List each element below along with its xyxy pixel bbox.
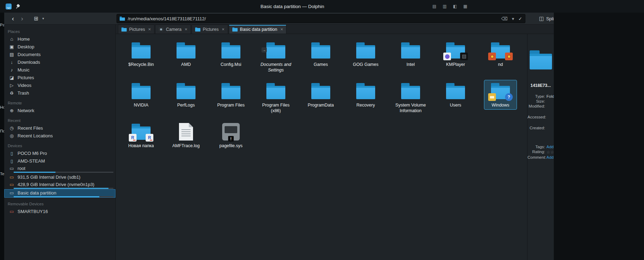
file-item[interactable]: $Recycle.Bin [119, 39, 164, 80]
tab-pictures-1[interactable]: Pictures × [118, 25, 154, 34]
rating-stars[interactable]: ☆☆☆☆☆ [546, 150, 554, 155]
file-item[interactable]: Program Files (x86) [253, 80, 298, 121]
hard-drive-icon [9, 190, 15, 196]
add-tags-link[interactable]: Add tags... [546, 145, 554, 149]
file-item[interactable]: Новая папка [119, 121, 164, 161]
sidebar-item-network[interactable]: Network [4, 107, 115, 114]
folder-icon [397, 40, 424, 61]
file-item[interactable]: PerfLogs [164, 80, 208, 121]
sidebar-item-recent-locations[interactable]: Recent Locations [4, 132, 115, 139]
split-view-label: Split [546, 16, 554, 21]
sidebar-item-recent-files[interactable]: Recent Files [4, 124, 115, 132]
sidebar-item-root[interactable]: root [4, 165, 115, 173]
camera-icon [159, 27, 164, 31]
sidebar-item-trash[interactable]: Trash [4, 89, 115, 97]
forward-button[interactable]: › [18, 14, 27, 23]
file-item[interactable]: System Volume Information [388, 80, 433, 121]
location-path[interactable]: /run/media/xenos/1418E73118E71112/ [128, 16, 497, 21]
sidebar-item-desktop[interactable]: Desktop [4, 43, 115, 50]
location-bar[interactable]: /run/media/xenos/1418E73118E71112/ ⌫ ▾ ✓ [117, 14, 525, 23]
file-item[interactable]: NVIDIA [119, 80, 164, 121]
tab-pictures-2[interactable]: Pictures × [192, 25, 228, 34]
back-button[interactable]: ‹ [8, 14, 18, 23]
close-icon[interactable]: × [148, 27, 151, 32]
smartphone-icon [9, 151, 15, 156]
system-tray: ▤ ▥ ◧ ▦ [432, 0, 467, 13]
info-row-created: Created: [527, 126, 554, 140]
sidebar-item-amd-steam[interactable]: AMD-STEAM [4, 157, 115, 165]
desktop-edge-strip: Pa Ho По Te [0, 13, 4, 260]
section-header-remote: Remote [4, 100, 115, 107]
sidebar-item-internal-drive-sdb1[interactable]: 931,5 GiB Internal Drive (sdb1) [4, 173, 115, 181]
file-item[interactable]: AMFTrace.log [164, 121, 208, 161]
view-mode-button[interactable]: ⊞ [32, 14, 41, 23]
file-label: Recovery [357, 102, 375, 108]
close-icon[interactable]: × [185, 27, 187, 32]
split-view-button[interactable]: ◫ Split [538, 14, 554, 23]
breadcrumb-folder-icon[interactable] [120, 16, 125, 21]
sidebar-item-smartbuy16[interactable]: SMARTBUY16 [4, 207, 115, 215]
tray-icon[interactable]: ▦ [463, 4, 467, 9]
sidebar-item-downloads[interactable]: Downloads [4, 58, 115, 66]
tray-icon[interactable]: ▥ [443, 4, 446, 9]
warning-emblem-icon: ! [228, 136, 234, 142]
folder-icon [307, 81, 334, 101]
location-dropdown-icon[interactable]: ▾ [512, 16, 514, 21]
folder-icon [263, 81, 289, 101]
add-comment-link[interactable]: Add comment... [546, 155, 554, 159]
section-header-removable-devices: Removable Devices [4, 200, 115, 207]
dolphin-app-icon[interactable] [6, 4, 12, 9]
close-icon[interactable]: × [280, 27, 283, 32]
file-item[interactable]: Documents and Settings [253, 39, 298, 80]
file-item[interactable]: GOG Games [343, 39, 388, 80]
folder-icon [173, 40, 199, 61]
file-label: pagefile.sys [219, 143, 243, 149]
hard-drive-icon [9, 175, 15, 180]
desktop-label-fragment: Te [0, 172, 4, 176]
folder-view[interactable]: $Recycle.Bin AMD Config.Msi [116, 34, 527, 260]
file-label: Intel [406, 62, 415, 67]
registry-file-icon [146, 134, 153, 142]
split-view-icon: ◫ [539, 15, 544, 22]
sidebar-item-basic-data-partition[interactable]: Basic data partition [4, 189, 115, 198]
sidebar-item-home[interactable]: Home [4, 35, 115, 43]
file-item[interactable]: ! pagefile.sys [208, 121, 253, 161]
view-mode-dropdown-icon[interactable]: ▾ [41, 14, 46, 23]
file-item-selected[interactable]: Windows [478, 80, 523, 121]
file-label: ProgramData [308, 102, 334, 108]
file-item[interactable]: ProgramData [298, 80, 343, 121]
file-item[interactable]: Program Files [208, 80, 253, 121]
info-label: Tags: [527, 145, 545, 149]
clear-location-icon[interactable]: ⌫ [501, 16, 507, 21]
sidebar-item-label: Home [18, 36, 30, 42]
main-toolbar: ‹ › ⊞ ▾ /run/media/xenos/1418E73118E7111… [4, 13, 554, 25]
sidebar-item-poco-m6-pro[interactable]: POCO M6 Pro [4, 149, 115, 157]
tab-camera[interactable]: Camera × [155, 25, 191, 34]
sidebar-item-music[interactable]: Music [4, 66, 115, 74]
file-label: Config.Msi [220, 62, 241, 67]
pin-icon[interactable] [14, 3, 21, 10]
accept-location-icon[interactable]: ✓ [518, 16, 522, 21]
file-label: $Recycle.Bin [128, 62, 154, 67]
tab-basic-data-partition[interactable]: Basic data partition × [229, 25, 287, 34]
file-item[interactable]: AMD [164, 39, 208, 80]
sidebar-item-documents[interactable]: Documents [4, 50, 115, 58]
file-item[interactable]: Users [433, 80, 478, 121]
link-emblem-icon [261, 47, 267, 53]
sidebar-item-label: 428,9 GiB Internal Drive (nvme0n1p3) [18, 182, 94, 187]
file-item[interactable]: Intel [388, 39, 433, 80]
file-item[interactable]: nd [478, 39, 523, 80]
file-item[interactable]: Games [298, 39, 343, 80]
sidebar-item-internal-drive-nvme0n1p3[interactable]: 428,9 GiB Internal Drive (nvme0n1p3) [4, 181, 115, 189]
sidebar-item-pictures[interactable]: Pictures [4, 74, 115, 81]
file-item[interactable]: Recovery [343, 80, 388, 121]
folder-link-icon [263, 40, 289, 61]
sidebar-item-videos[interactable]: Videos [4, 81, 115, 89]
file-item[interactable]: KMPlayer [433, 39, 478, 80]
close-icon[interactable]: × [222, 27, 225, 32]
file-item[interactable]: Config.Msi [208, 39, 253, 80]
folder-icon [128, 81, 154, 101]
tray-icon[interactable]: ◧ [453, 4, 457, 9]
tray-icon[interactable]: ▤ [432, 4, 436, 9]
file-label: AMFTrace.log [172, 143, 200, 149]
